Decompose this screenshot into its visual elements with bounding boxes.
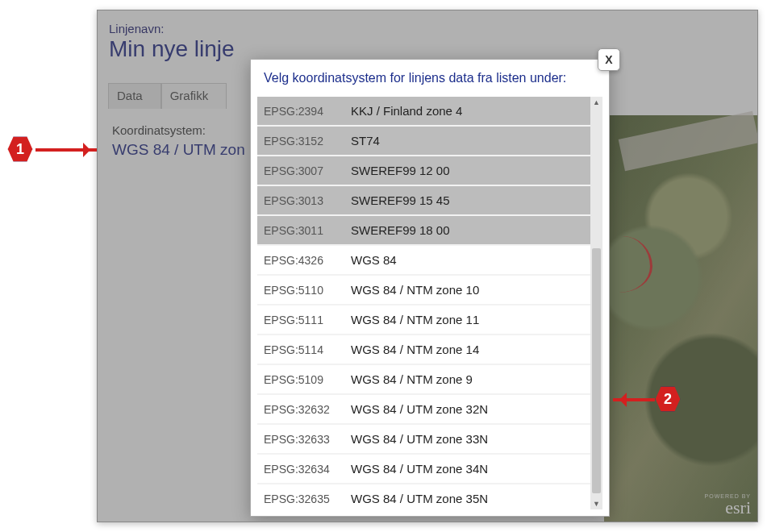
- coord-option-code: EPSG:32634: [264, 463, 351, 476]
- coord-option-row[interactable]: EPSG:3013SWEREF99 15 45: [257, 186, 590, 216]
- modal-title: Velg koordinatsystem for linjens data fr…: [251, 60, 609, 95]
- scrollbar[interactable]: ▲ ▼: [590, 97, 602, 509]
- coord-option-name: WGS 84: [351, 253, 584, 267]
- coord-option-name: WGS 84 / UTM zone 32N: [351, 402, 584, 416]
- coord-system-modal: X Velg koordinatsystem for linjens data …: [250, 59, 610, 517]
- coord-option-code: EPSG:5109: [264, 373, 351, 386]
- coord-option-row[interactable]: EPSG:5109WGS 84 / NTM zone 9: [257, 365, 590, 395]
- coord-option-name: WGS 84 / UTM zone 35N: [351, 492, 584, 505]
- coord-option-row[interactable]: EPSG:5110WGS 84 / NTM zone 10: [257, 276, 590, 305]
- coord-option-row[interactable]: EPSG:4326WGS 84: [257, 246, 590, 276]
- coord-option-code: EPSG:5111: [264, 314, 351, 326]
- scroll-thumb[interactable]: [592, 248, 601, 493]
- coord-option-name: WGS 84 / NTM zone 11: [351, 313, 584, 326]
- coord-option-name: WGS 84 / NTM zone 14: [351, 343, 584, 356]
- coord-option-code: EPSG:2394: [264, 105, 351, 118]
- coord-option-name: SWEREF99 18 00: [351, 223, 584, 237]
- coord-option-row[interactable]: EPSG:3152ST74: [257, 127, 590, 156]
- coord-option-row[interactable]: EPSG:32634WGS 84 / UTM zone 34N: [257, 455, 590, 484]
- scroll-up-arrow[interactable]: ▲: [590, 97, 602, 108]
- coord-option-row[interactable]: EPSG:5111WGS 84 / NTM zone 11: [257, 305, 590, 335]
- coord-option-row[interactable]: EPSG:32632WGS 84 / UTM zone 32N: [257, 395, 590, 425]
- coord-option-code: EPSG:5114: [264, 343, 351, 356]
- app-window: Linjenavn: Min nye linje Data Grafikk Ko…: [97, 10, 758, 522]
- coord-system-list: EPSG:2394KKJ / Finland zone 4EPSG:3152ST…: [257, 97, 590, 509]
- coord-option-name: SWEREF99 12 00: [351, 164, 584, 177]
- coord-option-name: SWEREF99 15 45: [351, 193, 584, 207]
- coord-option-code: EPSG:3007: [264, 164, 351, 177]
- callout-marker-1: 1: [6, 135, 34, 163]
- callout-arrow-1: [35, 148, 97, 152]
- coord-option-code: EPSG:32632: [264, 403, 351, 416]
- coord-option-name: WGS 84 / UTM zone 34N: [351, 462, 584, 476]
- coord-option-name: WGS 84 / UTM zone 33N: [351, 432, 584, 446]
- coord-option-code: EPSG:4326: [264, 254, 351, 267]
- coord-option-row[interactable]: EPSG:32633WGS 84 / UTM zone 33N: [257, 425, 590, 455]
- modal-list-wrap: EPSG:2394KKJ / Finland zone 4EPSG:3152ST…: [257, 97, 602, 509]
- coord-option-row[interactable]: EPSG:2394KKJ / Finland zone 4: [257, 97, 590, 127]
- coord-option-code: EPSG:3013: [264, 194, 351, 207]
- coord-option-code: EPSG:3011: [264, 224, 351, 237]
- coord-option-name: WGS 84 / NTM zone 10: [351, 283, 584, 297]
- close-button[interactable]: X: [598, 48, 620, 71]
- callout-arrow-2: [613, 398, 655, 401]
- coord-option-row[interactable]: EPSG:5114WGS 84 / NTM zone 14: [257, 335, 590, 365]
- coord-option-name: KKJ / Finland zone 4: [351, 104, 584, 118]
- coord-option-row[interactable]: EPSG:3011SWEREF99 18 00: [257, 216, 590, 246]
- coord-option-row[interactable]: EPSG:3007SWEREF99 12 00: [257, 156, 590, 186]
- coord-option-code: EPSG:5110: [264, 284, 351, 297]
- scroll-down-arrow[interactable]: ▼: [590, 498, 602, 509]
- coord-option-code: EPSG:32633: [264, 433, 351, 446]
- coord-option-name: WGS 84 / NTM zone 9: [351, 372, 584, 386]
- coord-option-name: ST74: [351, 134, 584, 148]
- coord-option-code: EPSG:32635: [264, 493, 351, 505]
- coord-option-row[interactable]: EPSG:32635WGS 84 / UTM zone 35N: [257, 484, 590, 509]
- coord-option-code: EPSG:3152: [264, 135, 351, 148]
